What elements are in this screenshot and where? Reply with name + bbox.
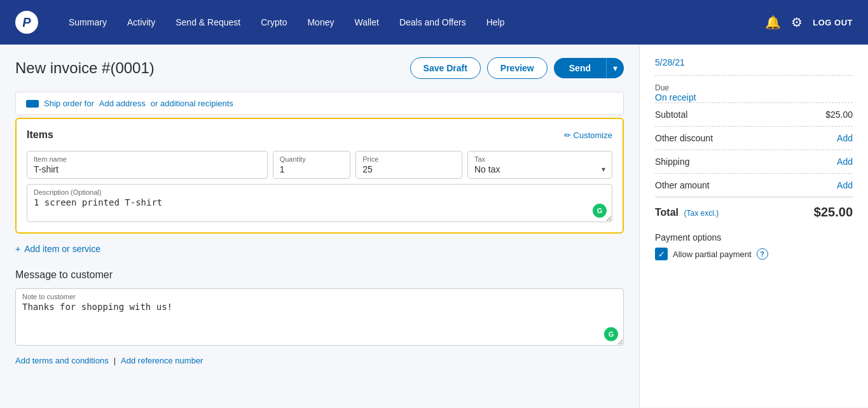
total-label: Total (Tax excl.) <box>655 207 719 218</box>
nav-money[interactable]: Money <box>297 0 344 45</box>
items-header: Items ✏ Customize <box>27 129 612 141</box>
add-item-link[interactable]: + Add item or service <box>15 244 624 254</box>
partial-payment-checkbox[interactable]: ✓ <box>655 248 668 260</box>
note-input[interactable]: Thanks for shopping with us! <box>16 300 623 345</box>
send-button-group: Send ▾ <box>554 58 624 78</box>
ship-bar: Ship order for Add address or additional… <box>15 92 624 115</box>
tax-value: No tax <box>474 164 500 174</box>
tax-chevron-icon: ▾ <box>602 165 605 174</box>
partial-payment-label: Allow partial payment <box>673 250 752 259</box>
grammarly-note-icon: G <box>604 327 618 341</box>
item-price-input[interactable] <box>356 163 462 178</box>
message-title: Message to customer <box>15 269 624 281</box>
due-label: Due <box>655 83 853 92</box>
save-draft-button[interactable]: Save Draft <box>410 57 481 79</box>
page-header: New invoice #(0001) Save Draft Preview S… <box>15 57 624 79</box>
preview-button[interactable]: Preview <box>487 57 548 79</box>
nav-links: Summary Activity Send & Request Crypto M… <box>59 0 765 45</box>
add-item-label: Add item or service <box>24 244 100 254</box>
nav-wallet[interactable]: Wallet <box>344 0 389 45</box>
add-address-link[interactable]: Add address <box>99 99 146 108</box>
send-button[interactable]: Send <box>554 58 606 78</box>
nav-activity[interactable]: Activity <box>117 0 165 45</box>
partial-payment-info-icon[interactable]: ? <box>757 248 768 260</box>
plus-icon: + <box>15 244 20 254</box>
total-value: $25.00 <box>814 205 853 220</box>
ship-bar-text: Ship order for <box>44 99 94 108</box>
due-value: On receipt <box>655 92 853 102</box>
subtotal-row: Subtotal $25.00 <box>655 102 853 126</box>
note-label: Note to customer <box>16 289 623 300</box>
item-name-label: Item name <box>27 151 267 163</box>
customize-link[interactable]: ✏ Customize <box>564 130 612 140</box>
header-actions: Save Draft Preview Send ▾ <box>410 57 624 79</box>
shipping-add-link[interactable]: Add <box>837 157 853 167</box>
item-tax-label: Tax <box>468 151 612 163</box>
shipping-row: Shipping Add <box>655 150 853 173</box>
nav-help[interactable]: Help <box>476 0 515 45</box>
tax-select[interactable]: No tax ▾ <box>468 163 612 178</box>
logout-button[interactable]: LOG OUT <box>813 18 853 27</box>
page-title: New invoice #(0001) <box>15 59 155 77</box>
shipping-label: Shipping <box>655 157 690 167</box>
main-container: New invoice #(0001) Save Draft Preview S… <box>0 45 868 407</box>
divider-1 <box>655 75 853 76</box>
ship-icon <box>26 100 39 108</box>
total-tax-excl: (Tax excl.) <box>684 209 719 218</box>
item-row: Item name Quantity Price Tax No tax ▾ <box>27 151 612 179</box>
discount-row: Other discount Add <box>655 126 853 150</box>
left-panel: New invoice #(0001) Save Draft Preview S… <box>0 45 639 407</box>
navbar: P Summary Activity Send & Request Crypto… <box>0 0 868 45</box>
desc-label: Description (Optional) <box>27 185 612 196</box>
terms-separator: | <box>114 356 116 365</box>
item-qty-input[interactable] <box>273 163 350 178</box>
payment-options-label: Payment options <box>655 232 853 243</box>
terms-conditions-link[interactable]: Add terms and conditions <box>15 356 109 365</box>
ship-bar-recipients: or additional recipients <box>151 99 233 108</box>
message-section: Message to customer Note to customer Tha… <box>15 269 624 346</box>
nav-send-request[interactable]: Send & Request <box>165 0 251 45</box>
subtotal-value: $25.00 <box>825 109 853 120</box>
nav-crypto[interactable]: Crypto <box>251 0 297 45</box>
desc-input[interactable]: 1 screen printed T-shirt <box>27 196 612 222</box>
item-price-field: Price <box>355 151 462 179</box>
item-name-field: Item name <box>27 151 268 179</box>
other-amount-add-link[interactable]: Add <box>837 180 853 190</box>
other-amount-row: Other amount Add <box>655 173 853 197</box>
note-field: Note to customer Thanks for shopping wit… <box>15 288 624 346</box>
paypal-logo[interactable]: P <box>15 11 38 34</box>
right-panel: 5/28/21 Due On receipt Subtotal $25.00 O… <box>639 45 868 407</box>
discount-add-link[interactable]: Add <box>837 133 853 143</box>
gear-icon[interactable]: ⚙ <box>791 15 803 30</box>
subtotal-label: Subtotal <box>655 109 687 120</box>
item-price-label: Price <box>356 151 462 163</box>
items-section: Items ✏ Customize Item name Quantity Pri… <box>15 118 624 234</box>
item-qty-label: Quantity <box>273 151 350 163</box>
summary-date: 5/28/21 <box>655 57 853 67</box>
item-tax-field[interactable]: Tax No tax ▾ <box>467 151 612 179</box>
reference-number-link[interactable]: Add reference number <box>121 356 203 365</box>
items-title: Items <box>27 129 53 141</box>
grammarly-icon: G <box>593 204 607 218</box>
item-name-input[interactable] <box>27 163 267 178</box>
send-chevron-button[interactable]: ▾ <box>606 58 624 78</box>
nav-deals-offers[interactable]: Deals and Offers <box>389 0 476 45</box>
terms-row: Add terms and conditions | Add reference… <box>15 356 624 365</box>
customize-label: Customize <box>574 130 612 140</box>
due-section: Due On receipt <box>655 83 853 102</box>
pencil-icon: ✏ <box>564 130 571 140</box>
partial-payment-row: ✓ Allow partial payment ? <box>655 248 853 260</box>
discount-label: Other discount <box>655 133 713 143</box>
item-description-field: Description (Optional) 1 screen printed … <box>27 184 612 222</box>
other-amount-label: Other amount <box>655 180 710 190</box>
paypal-logo-icon: P <box>15 11 38 34</box>
nav-right: 🔔 ⚙ LOG OUT <box>765 15 853 30</box>
bell-icon[interactable]: 🔔 <box>765 15 781 30</box>
total-row: Total (Tax excl.) $25.00 <box>655 197 853 227</box>
nav-summary[interactable]: Summary <box>59 0 117 45</box>
item-qty-field: Quantity <box>273 151 351 179</box>
